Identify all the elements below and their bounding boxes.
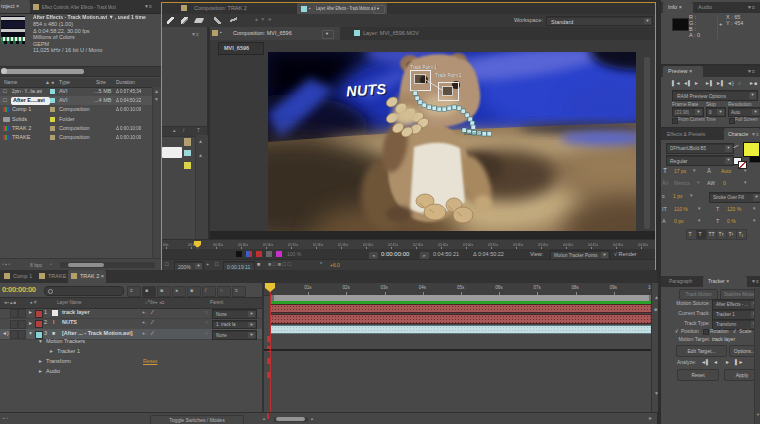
svg-text:Track Point 1: Track Point 1 [411, 65, 438, 70]
svg-text:NUTS: NUTS [346, 81, 387, 100]
svg-text:0:00:02:12: 0:00:02:12 [464, 132, 482, 136]
svg-text:Track Point 2: Track Point 2 [436, 73, 463, 78]
